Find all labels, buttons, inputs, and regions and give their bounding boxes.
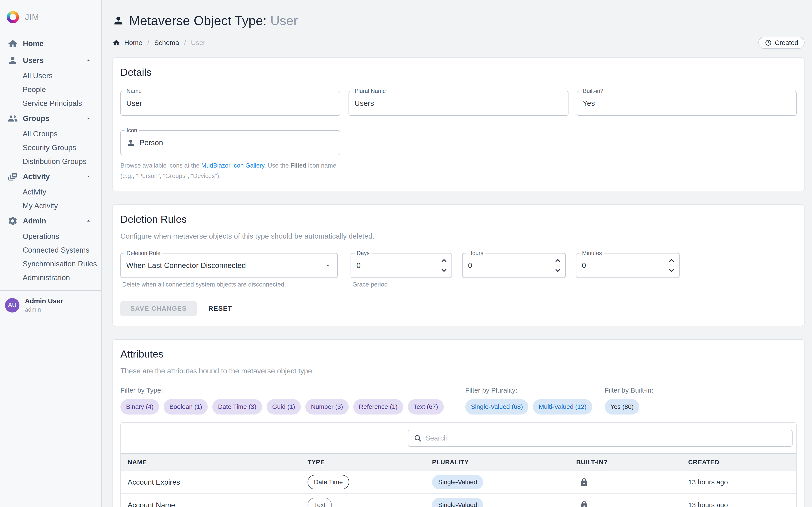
groups-icon bbox=[7, 113, 18, 124]
user-name: Admin User bbox=[25, 297, 63, 305]
search-icon bbox=[414, 434, 422, 442]
attributes-table: NAME TYPE PLURALITY BUILT-IN? CREATED Ac… bbox=[120, 422, 797, 507]
sidebar-item-distribution-groups[interactable]: Distribution Groups bbox=[0, 155, 101, 168]
sidebar-item-home[interactable]: Home bbox=[0, 35, 101, 52]
filter-chip-boolean[interactable]: Boolean (1) bbox=[164, 399, 208, 414]
collapse-caret-icon[interactable] bbox=[85, 115, 92, 122]
breadcrumb-schema[interactable]: Schema bbox=[154, 39, 179, 47]
filter-chip-single-valued[interactable]: Single-Valued (68) bbox=[465, 399, 529, 414]
status-badge-created: Created bbox=[758, 37, 805, 49]
deletion-rules-subtitle: Configure when metaverse objects of this… bbox=[120, 232, 797, 240]
search-input[interactable] bbox=[422, 434, 792, 442]
gear-icon bbox=[7, 216, 18, 226]
table-header-row: NAME TYPE PLURALITY BUILT-IN? CREATED bbox=[121, 453, 796, 471]
collapse-caret-icon[interactable] bbox=[85, 218, 92, 224]
home-icon bbox=[112, 39, 120, 47]
sidebar-item-administration[interactable]: Administration bbox=[0, 271, 101, 284]
filter-by-plurality-group: Filter by Plurality: Single-Valued (68) … bbox=[465, 387, 592, 414]
sidebar-group-users[interactable]: Users bbox=[0, 52, 101, 69]
lock-icon bbox=[579, 477, 589, 487]
breadcrumb-separator: / bbox=[146, 39, 150, 47]
mudblazor-gallery-link[interactable]: MudBlazor Icon Gallery bbox=[201, 162, 264, 169]
sidebar-item-activity[interactable]: Activity bbox=[0, 185, 101, 199]
breadcrumb-home[interactable]: Home bbox=[124, 39, 142, 47]
sidebar-item-people[interactable]: People bbox=[0, 82, 101, 96]
filter-chip-reference[interactable]: Reference (1) bbox=[353, 399, 403, 414]
feed-icon bbox=[7, 171, 18, 182]
days-field[interactable] bbox=[351, 261, 452, 270]
decrement-icon[interactable] bbox=[440, 267, 448, 274]
hours-field[interactable] bbox=[463, 261, 565, 270]
sidebar-item-all-groups[interactable]: All Groups bbox=[0, 127, 101, 140]
filter-by-plurality-label: Filter by Plurality: bbox=[465, 387, 592, 394]
built-in-field[interactable] bbox=[577, 99, 796, 108]
save-changes-button[interactable]: SAVE CHANGES bbox=[120, 301, 197, 316]
sidebar-item-security-groups[interactable]: Security Groups bbox=[0, 140, 101, 155]
decrement-icon[interactable] bbox=[668, 267, 675, 274]
breadcrumb: Home / Schema / User bbox=[112, 39, 205, 47]
increment-icon[interactable] bbox=[440, 257, 448, 264]
sidebar-group-groups[interactable]: Groups bbox=[0, 110, 101, 127]
page-title-value: User bbox=[270, 13, 298, 28]
filter-chip-builtin-yes[interactable]: Yes (80) bbox=[605, 399, 639, 414]
created-cell: 13 hours ago bbox=[688, 501, 796, 507]
dropdown-arrow-icon bbox=[324, 262, 331, 269]
sidebar-item-operations[interactable]: Operations bbox=[0, 229, 101, 243]
sidebar-item-all-users[interactable]: All Users bbox=[0, 69, 101, 82]
collapse-caret-icon[interactable] bbox=[85, 57, 92, 64]
reset-button[interactable]: RESET bbox=[208, 305, 232, 312]
column-header-type[interactable]: TYPE bbox=[308, 459, 432, 466]
sidebar-group-admin[interactable]: Admin bbox=[0, 213, 101, 229]
lock-icon bbox=[579, 500, 589, 507]
filter-chip-binary[interactable]: Binary (4) bbox=[120, 399, 159, 414]
table-row[interactable]: Account Expires Date Time Single-Valued … bbox=[121, 471, 796, 494]
filter-chip-date-time[interactable]: Date Time (3) bbox=[212, 399, 262, 414]
sidebar-nav: Home Users All Users People Service Prin… bbox=[0, 35, 101, 284]
sidebar-item-synchronisation-rules[interactable]: Synchronisation Rules bbox=[0, 257, 101, 271]
page-title: Metaverse Object Type: User bbox=[112, 13, 805, 28]
minutes-field[interactable] bbox=[576, 261, 679, 270]
details-heading: Details bbox=[120, 66, 797, 78]
icon-helper-text: Browse available icons at the MudBlazor … bbox=[120, 161, 349, 181]
increment-icon[interactable] bbox=[668, 257, 675, 264]
sidebar-item-my-activity[interactable]: My Activity bbox=[0, 199, 101, 213]
built-in-field-label: Built-in? bbox=[581, 88, 605, 94]
user-menu[interactable]: AU Admin User admin bbox=[0, 291, 101, 313]
table-row[interactable]: Account Name Text Single-Valued 13 hours… bbox=[121, 494, 796, 507]
person-icon bbox=[126, 138, 135, 147]
sidebar-item-connected-systems[interactable]: Connected Systems bbox=[0, 243, 101, 257]
clock-icon bbox=[765, 39, 772, 46]
plurality-chip: Single-Valued bbox=[432, 475, 483, 489]
minutes-field-wrap: Minutes bbox=[576, 253, 679, 278]
plural-name-field-label: Plural Name bbox=[353, 88, 388, 94]
sidebar: JIM Home Users All Users People Service … bbox=[0, 0, 102, 507]
icon-field[interactable] bbox=[135, 138, 340, 147]
days-field-label: Days bbox=[355, 250, 371, 257]
hours-field-wrap: Hours bbox=[462, 253, 566, 278]
deletion-rules-card: Deletion Rules Configure when metaverse … bbox=[112, 205, 805, 326]
filter-chip-guid[interactable]: Guid (1) bbox=[267, 399, 301, 414]
sidebar-group-activity[interactable]: Activity bbox=[0, 168, 101, 185]
filter-chip-number[interactable]: Number (3) bbox=[305, 399, 349, 414]
decrement-icon[interactable] bbox=[554, 267, 562, 274]
details-card: Details Name Plural Name Built-in? Icon … bbox=[112, 57, 805, 191]
sidebar-item-service-principals[interactable]: Service Principals bbox=[0, 96, 101, 110]
deletion-rule-select[interactable]: Deletion Rule When Last Connector Discon… bbox=[120, 253, 338, 278]
column-header-name[interactable]: NAME bbox=[121, 459, 308, 466]
minutes-field-label: Minutes bbox=[580, 250, 604, 257]
attributes-heading: Attributes bbox=[120, 348, 797, 360]
filter-chip-multi-valued[interactable]: Multi-Valued (12) bbox=[533, 399, 592, 414]
type-chip: Text bbox=[308, 498, 332, 507]
increment-icon[interactable] bbox=[554, 257, 562, 264]
column-header-plurality[interactable]: PLURALITY bbox=[432, 459, 576, 466]
icon-field-label: Icon bbox=[124, 127, 139, 134]
collapse-caret-icon[interactable] bbox=[85, 173, 92, 180]
hours-field-label: Hours bbox=[466, 250, 486, 257]
column-header-created[interactable]: CREATED bbox=[688, 459, 796, 466]
name-field[interactable] bbox=[121, 99, 340, 108]
home-icon bbox=[7, 39, 18, 49]
column-header-builtin[interactable]: BUILT-IN? bbox=[576, 459, 688, 466]
app-logo[interactable]: JIM bbox=[0, 7, 101, 27]
plural-name-field[interactable] bbox=[349, 99, 568, 108]
filter-chip-text[interactable]: Text (67) bbox=[408, 399, 444, 414]
